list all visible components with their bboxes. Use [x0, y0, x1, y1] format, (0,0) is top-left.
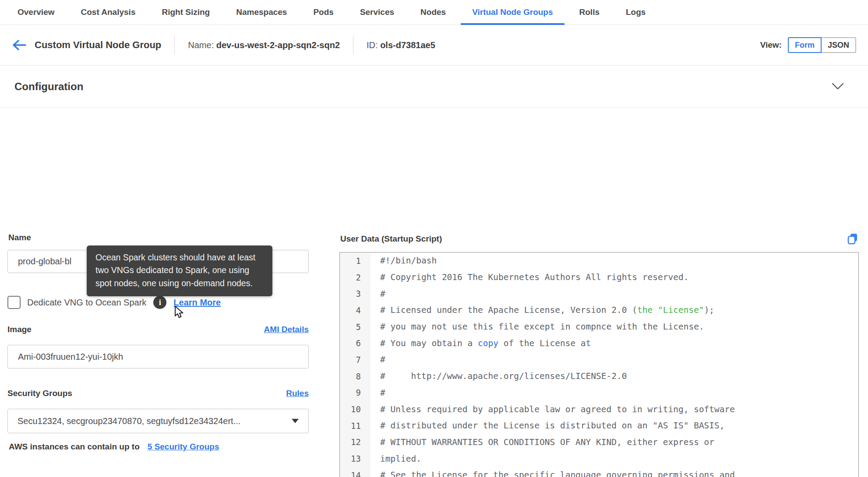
top-nav: OverviewCost AnalysisRight SizingNamespa…: [0, 0, 868, 25]
tab-cost-analysis[interactable]: Cost Analysis: [70, 0, 147, 25]
info-icon[interactable]: i: [153, 296, 166, 309]
code-token: of the License at: [498, 338, 591, 348]
code-text: # WITHOUT WARRANTIES OR CONDITIONS OF AN…: [370, 437, 714, 447]
tab-label: Overview: [18, 7, 55, 17]
tab-services[interactable]: Services: [349, 0, 406, 25]
code-token: # Licensed under the Apache License, Ver…: [380, 305, 637, 315]
code-text: # Licensed under the Apache License, Ver…: [370, 305, 714, 315]
ocean-spark-tooltip: Ocean Spark clusters should have at leas…: [87, 246, 272, 296]
image-label: Image: [7, 325, 32, 334]
code-token: #: [380, 289, 385, 299]
tab-right-sizing[interactable]: Right Sizing: [150, 0, 221, 25]
code-text: # See the License for the specific langu…: [370, 470, 735, 477]
tab-label: Pods: [313, 7, 333, 17]
tab-pods[interactable]: Pods: [302, 0, 345, 25]
code-line: 10# Unless required by applicable law or…: [340, 401, 858, 417]
divider: [174, 35, 175, 55]
vng-name-label: Name:: [188, 40, 214, 50]
view-form-button[interactable]: Form: [788, 37, 822, 53]
vng-name-value: dev-us-west-2-app-sqn2-sqn2: [216, 40, 340, 50]
line-number: 1: [340, 253, 370, 269]
name-label: Name: [8, 233, 31, 242]
page-header: Custom Virtual Node Group Name: dev-us-w…: [0, 25, 868, 66]
user-data-code-editor[interactable]: 1#!/bin/bash2# Copyright 2016 The Kubern…: [339, 252, 859, 477]
back-arrow-icon[interactable]: [12, 39, 27, 51]
tab-label: Right Sizing: [162, 7, 210, 17]
tab-label: Namespaces: [236, 7, 287, 17]
code-token: #!/bin/bash: [380, 256, 437, 266]
code-line: 11# distributed under the License is dis…: [340, 417, 858, 434]
line-number: 3: [340, 285, 370, 302]
code-token: #: [380, 354, 385, 365]
code-token: );: [704, 305, 714, 315]
code-text: #: [370, 289, 385, 299]
tab-label: Nodes: [420, 7, 446, 17]
tab-logs[interactable]: Logs: [614, 0, 657, 25]
page-title: Custom Virtual Node Group: [35, 39, 161, 51]
code-line: 13implied.: [340, 450, 858, 467]
code-token: # http://www.apache.org/licenses/LICENSE…: [380, 371, 627, 381]
code-text: # you may not use this file except in co…: [370, 322, 704, 332]
ami-details-link[interactable]: AMI Details: [264, 325, 309, 334]
helper-text: AWS instances can contain up to: [9, 442, 140, 452]
tab-rolls[interactable]: Rolls: [568, 0, 611, 25]
mouse-cursor-icon: [173, 305, 185, 319]
code-line: 4# Licensed under the Apache License, Ve…: [340, 302, 858, 319]
code-token: the "License": [637, 305, 704, 315]
vng-name: Name: dev-us-west-2-app-sqn2-sqn2: [188, 40, 340, 50]
code-text: # Copyright 2016 The Kubernetes Authors …: [370, 272, 688, 282]
user-data-header: User Data (Startup Script): [340, 232, 858, 246]
code-text: #: [370, 388, 385, 398]
line-number: 14: [340, 467, 370, 477]
code-token: # you may not use this file except in co…: [380, 322, 704, 332]
security-groups-label: Security Groups: [7, 389, 72, 398]
code-line: 7#: [340, 351, 858, 368]
code-line: 2# Copyright 2016 The Kubernetes Authors…: [340, 269, 858, 286]
tab-overview[interactable]: Overview: [6, 0, 66, 25]
code-token: # WITHOUT WARRANTIES OR CONDITIONS OF AN…: [380, 437, 714, 447]
code-token: # Unless required by applicable law or a…: [380, 404, 735, 414]
caret-down-icon: [292, 419, 299, 423]
configuration-content: Name Ocean Spark clusters should have at…: [0, 108, 868, 477]
configuration-section-header: Configuration: [0, 66, 868, 108]
code-token: # distributed under the License is distr…: [380, 421, 725, 431]
vng-id-value: ols-d7381ae5: [380, 40, 435, 50]
line-number: 10: [340, 401, 370, 417]
copy-icon[interactable]: [847, 232, 858, 246]
code-line: 9#: [340, 385, 858, 401]
rules-link[interactable]: Rules: [286, 389, 309, 398]
code-text: # Unless required by applicable law or a…: [370, 404, 735, 414]
image-label-row: Image AMI Details: [7, 325, 309, 334]
line-number: 5: [340, 319, 370, 335]
chevron-down-icon[interactable]: [832, 83, 844, 90]
tab-namespaces[interactable]: Namespaces: [225, 0, 298, 25]
tab-nodes[interactable]: Nodes: [409, 0, 457, 25]
code-text: # You may obtain a copy of the License a…: [370, 338, 591, 348]
five-security-groups-link[interactable]: 5 Security Groups: [148, 442, 219, 452]
tab-label: Services: [360, 7, 394, 17]
line-number: 6: [340, 335, 370, 351]
security-groups-helper: AWS instances can contain up to 5 Securi…: [9, 442, 219, 452]
dedicate-vng-checkbox[interactable]: [7, 296, 21, 309]
line-number: 4: [340, 302, 370, 319]
tab-virtual-node-groups[interactable]: Virtual Node Groups: [461, 0, 564, 25]
code-line: 3#: [340, 285, 858, 302]
security-groups-value: Secu12324, secgroup23470870, segtuyfsd12…: [18, 416, 240, 426]
code-line: 6# You may obtain a copy of the License …: [340, 335, 858, 351]
line-number: 13: [340, 450, 370, 467]
code-token: implied.: [380, 454, 421, 464]
code-text: implied.: [370, 454, 421, 464]
code-line: 5# you may not use this file except in c…: [340, 319, 858, 335]
security-groups-select[interactable]: Secu12324, secgroup23470870, segtuyfsd12…: [7, 409, 309, 433]
code-line: 1#!/bin/bash: [340, 253, 858, 269]
divider: [353, 35, 353, 55]
view-json-button[interactable]: JSON: [822, 37, 856, 53]
code-line: 12# WITHOUT WARRANTIES OR CONDITIONS OF …: [340, 434, 858, 451]
section-title: Configuration: [14, 81, 83, 93]
line-number: 7: [340, 351, 370, 368]
line-number: 11: [340, 417, 370, 434]
code-text: # http://www.apache.org/licenses/LICENSE…: [370, 371, 627, 381]
code-token: # You may obtain a: [380, 338, 478, 348]
tab-label: Rolls: [579, 7, 600, 17]
image-input[interactable]: [7, 345, 309, 368]
